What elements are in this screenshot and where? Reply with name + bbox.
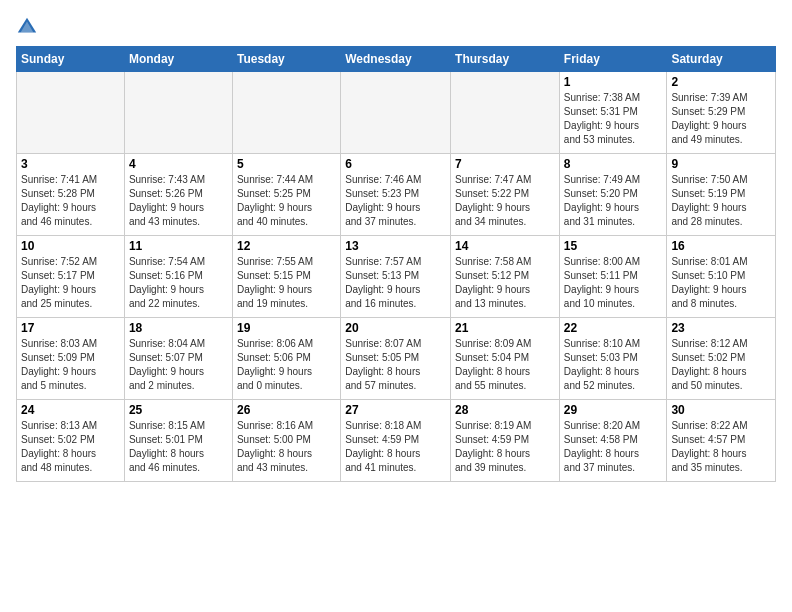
day-number: 19	[237, 321, 336, 335]
day-number: 14	[455, 239, 555, 253]
calendar-cell: 4Sunrise: 7:43 AM Sunset: 5:26 PM Daylig…	[124, 154, 232, 236]
calendar-header: SundayMondayTuesdayWednesdayThursdayFrid…	[17, 47, 776, 72]
calendar-cell	[341, 72, 451, 154]
day-info: Sunrise: 8:09 AM Sunset: 5:04 PM Dayligh…	[455, 337, 555, 393]
day-number: 1	[564, 75, 663, 89]
day-number: 27	[345, 403, 446, 417]
day-number: 26	[237, 403, 336, 417]
calendar-cell: 18Sunrise: 8:04 AM Sunset: 5:07 PM Dayli…	[124, 318, 232, 400]
calendar-cell: 27Sunrise: 8:18 AM Sunset: 4:59 PM Dayli…	[341, 400, 451, 482]
day-number: 16	[671, 239, 771, 253]
day-info: Sunrise: 7:38 AM Sunset: 5:31 PM Dayligh…	[564, 91, 663, 147]
weekday-header-saturday: Saturday	[667, 47, 776, 72]
day-number: 17	[21, 321, 120, 335]
week-row-4: 17Sunrise: 8:03 AM Sunset: 5:09 PM Dayli…	[17, 318, 776, 400]
day-info: Sunrise: 8:03 AM Sunset: 5:09 PM Dayligh…	[21, 337, 120, 393]
day-info: Sunrise: 7:49 AM Sunset: 5:20 PM Dayligh…	[564, 173, 663, 229]
calendar-cell: 9Sunrise: 7:50 AM Sunset: 5:19 PM Daylig…	[667, 154, 776, 236]
calendar-cell: 23Sunrise: 8:12 AM Sunset: 5:02 PM Dayli…	[667, 318, 776, 400]
day-number: 2	[671, 75, 771, 89]
calendar-cell	[17, 72, 125, 154]
day-number: 5	[237, 157, 336, 171]
calendar-cell: 16Sunrise: 8:01 AM Sunset: 5:10 PM Dayli…	[667, 236, 776, 318]
day-number: 28	[455, 403, 555, 417]
day-info: Sunrise: 8:13 AM Sunset: 5:02 PM Dayligh…	[21, 419, 120, 475]
day-info: Sunrise: 8:07 AM Sunset: 5:05 PM Dayligh…	[345, 337, 446, 393]
calendar-cell: 10Sunrise: 7:52 AM Sunset: 5:17 PM Dayli…	[17, 236, 125, 318]
day-number: 8	[564, 157, 663, 171]
calendar-cell: 29Sunrise: 8:20 AM Sunset: 4:58 PM Dayli…	[559, 400, 667, 482]
day-number: 15	[564, 239, 663, 253]
logo	[16, 16, 40, 38]
calendar-cell	[451, 72, 560, 154]
day-info: Sunrise: 7:52 AM Sunset: 5:17 PM Dayligh…	[21, 255, 120, 311]
day-number: 13	[345, 239, 446, 253]
calendar-cell: 15Sunrise: 8:00 AM Sunset: 5:11 PM Dayli…	[559, 236, 667, 318]
day-info: Sunrise: 7:41 AM Sunset: 5:28 PM Dayligh…	[21, 173, 120, 229]
calendar-cell: 20Sunrise: 8:07 AM Sunset: 5:05 PM Dayli…	[341, 318, 451, 400]
day-info: Sunrise: 8:12 AM Sunset: 5:02 PM Dayligh…	[671, 337, 771, 393]
day-number: 21	[455, 321, 555, 335]
day-info: Sunrise: 8:06 AM Sunset: 5:06 PM Dayligh…	[237, 337, 336, 393]
calendar-cell: 22Sunrise: 8:10 AM Sunset: 5:03 PM Dayli…	[559, 318, 667, 400]
week-row-1: 1Sunrise: 7:38 AM Sunset: 5:31 PM Daylig…	[17, 72, 776, 154]
day-info: Sunrise: 7:58 AM Sunset: 5:12 PM Dayligh…	[455, 255, 555, 311]
calendar-cell: 21Sunrise: 8:09 AM Sunset: 5:04 PM Dayli…	[451, 318, 560, 400]
day-number: 10	[21, 239, 120, 253]
calendar-cell: 13Sunrise: 7:57 AM Sunset: 5:13 PM Dayli…	[341, 236, 451, 318]
weekday-header-monday: Monday	[124, 47, 232, 72]
day-info: Sunrise: 7:54 AM Sunset: 5:16 PM Dayligh…	[129, 255, 228, 311]
day-number: 4	[129, 157, 228, 171]
day-number: 12	[237, 239, 336, 253]
day-info: Sunrise: 8:15 AM Sunset: 5:01 PM Dayligh…	[129, 419, 228, 475]
day-info: Sunrise: 7:55 AM Sunset: 5:15 PM Dayligh…	[237, 255, 336, 311]
weekday-header-friday: Friday	[559, 47, 667, 72]
calendar-cell: 17Sunrise: 8:03 AM Sunset: 5:09 PM Dayli…	[17, 318, 125, 400]
day-info: Sunrise: 7:39 AM Sunset: 5:29 PM Dayligh…	[671, 91, 771, 147]
day-info: Sunrise: 7:44 AM Sunset: 5:25 PM Dayligh…	[237, 173, 336, 229]
calendar-cell: 1Sunrise: 7:38 AM Sunset: 5:31 PM Daylig…	[559, 72, 667, 154]
day-info: Sunrise: 8:04 AM Sunset: 5:07 PM Dayligh…	[129, 337, 228, 393]
page-container: SundayMondayTuesdayWednesdayThursdayFrid…	[0, 0, 792, 490]
day-info: Sunrise: 7:43 AM Sunset: 5:26 PM Dayligh…	[129, 173, 228, 229]
calendar-cell: 30Sunrise: 8:22 AM Sunset: 4:57 PM Dayli…	[667, 400, 776, 482]
day-number: 20	[345, 321, 446, 335]
calendar-cell: 2Sunrise: 7:39 AM Sunset: 5:29 PM Daylig…	[667, 72, 776, 154]
calendar: SundayMondayTuesdayWednesdayThursdayFrid…	[16, 46, 776, 482]
day-number: 25	[129, 403, 228, 417]
day-number: 29	[564, 403, 663, 417]
calendar-cell: 8Sunrise: 7:49 AM Sunset: 5:20 PM Daylig…	[559, 154, 667, 236]
weekday-header-row: SundayMondayTuesdayWednesdayThursdayFrid…	[17, 47, 776, 72]
day-number: 30	[671, 403, 771, 417]
day-number: 18	[129, 321, 228, 335]
day-number: 24	[21, 403, 120, 417]
calendar-cell: 5Sunrise: 7:44 AM Sunset: 5:25 PM Daylig…	[232, 154, 340, 236]
day-info: Sunrise: 7:46 AM Sunset: 5:23 PM Dayligh…	[345, 173, 446, 229]
week-row-3: 10Sunrise: 7:52 AM Sunset: 5:17 PM Dayli…	[17, 236, 776, 318]
week-row-5: 24Sunrise: 8:13 AM Sunset: 5:02 PM Dayli…	[17, 400, 776, 482]
day-number: 23	[671, 321, 771, 335]
calendar-cell: 24Sunrise: 8:13 AM Sunset: 5:02 PM Dayli…	[17, 400, 125, 482]
day-number: 22	[564, 321, 663, 335]
day-number: 7	[455, 157, 555, 171]
weekday-header-wednesday: Wednesday	[341, 47, 451, 72]
weekday-header-sunday: Sunday	[17, 47, 125, 72]
day-info: Sunrise: 8:19 AM Sunset: 4:59 PM Dayligh…	[455, 419, 555, 475]
week-row-2: 3Sunrise: 7:41 AM Sunset: 5:28 PM Daylig…	[17, 154, 776, 236]
calendar-cell: 28Sunrise: 8:19 AM Sunset: 4:59 PM Dayli…	[451, 400, 560, 482]
day-info: Sunrise: 8:00 AM Sunset: 5:11 PM Dayligh…	[564, 255, 663, 311]
day-info: Sunrise: 8:22 AM Sunset: 4:57 PM Dayligh…	[671, 419, 771, 475]
weekday-header-tuesday: Tuesday	[232, 47, 340, 72]
day-info: Sunrise: 8:16 AM Sunset: 5:00 PM Dayligh…	[237, 419, 336, 475]
day-number: 3	[21, 157, 120, 171]
day-number: 11	[129, 239, 228, 253]
day-info: Sunrise: 7:50 AM Sunset: 5:19 PM Dayligh…	[671, 173, 771, 229]
day-number: 6	[345, 157, 446, 171]
calendar-cell: 7Sunrise: 7:47 AM Sunset: 5:22 PM Daylig…	[451, 154, 560, 236]
day-info: Sunrise: 8:18 AM Sunset: 4:59 PM Dayligh…	[345, 419, 446, 475]
calendar-cell: 19Sunrise: 8:06 AM Sunset: 5:06 PM Dayli…	[232, 318, 340, 400]
day-info: Sunrise: 8:10 AM Sunset: 5:03 PM Dayligh…	[564, 337, 663, 393]
day-info: Sunrise: 7:57 AM Sunset: 5:13 PM Dayligh…	[345, 255, 446, 311]
calendar-body: 1Sunrise: 7:38 AM Sunset: 5:31 PM Daylig…	[17, 72, 776, 482]
header	[16, 12, 776, 38]
